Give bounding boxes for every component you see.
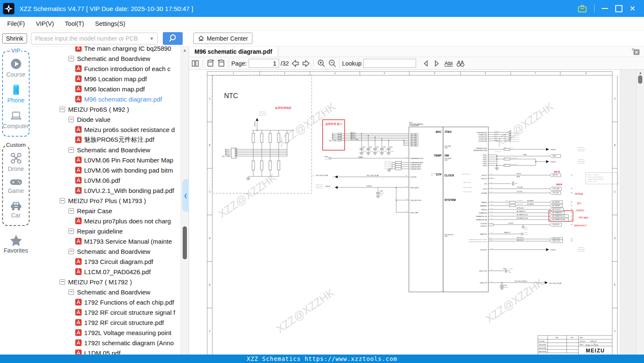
rotate-right-icon[interactable] xyxy=(216,59,226,68)
tree-item[interactable]: Function introduction of each c xyxy=(32,63,180,74)
tree-item[interactable]: 1792 Functions of each chip.pdf xyxy=(32,297,180,307)
tree-item[interactable]: Meizu pro6s socket resistance d xyxy=(32,124,180,135)
svg-text:AP_WRESET: AP_WRESET xyxy=(553,205,561,206)
lookup-input[interactable] xyxy=(363,59,416,68)
sidebar-item-game[interactable]: Game xyxy=(3,178,29,194)
scroll-up-icon[interactable]: ▲ xyxy=(181,48,189,52)
pdf-canvas[interactable]: XZZ@XZZHKXZZ@XZZHKXZZ@XZZHKXZZ@XZZHKXZZ@… xyxy=(189,70,636,355)
pdf-scrollbar[interactable]: ▲ xyxy=(636,70,644,355)
collapse-expander-icon[interactable] xyxy=(69,208,74,214)
pdf-scrollbar-thumb[interactable] xyxy=(638,75,642,84)
model-search-input[interactable] xyxy=(31,35,146,42)
menu-settings[interactable]: Settings(S) xyxy=(90,20,131,27)
menu-tool[interactable]: Tool(T) xyxy=(60,20,90,27)
tree-item[interactable]: M96 location map.pdf xyxy=(32,84,180,94)
sidebar-item-computer[interactable]: Computer xyxy=(3,109,29,129)
rotate-left-icon[interactable] xyxy=(206,59,215,68)
sidebar-item-phone[interactable]: Phone xyxy=(3,83,29,104)
svg-text:XTCXO: XTCXO xyxy=(483,188,488,190)
zoom-in-icon[interactable] xyxy=(316,59,326,68)
tree-item[interactable]: L1CM.07_PAD0426.pdf xyxy=(32,267,180,277)
svg-text:DVDD18: DVDD18 xyxy=(367,185,372,187)
close-document-icon[interactable] xyxy=(632,48,640,56)
tree-item[interactable]: L0VM.06 with bonding pad bitm xyxy=(32,165,180,175)
panel-collapse-handle[interactable]: ❮ xyxy=(182,179,189,212)
tree-item[interactable]: 1792I schematic diagram (Anno xyxy=(32,338,180,348)
svg-text:C1uF0204: C1uF0204 xyxy=(369,151,374,151)
svg-text:C0201: C0201 xyxy=(509,272,512,272)
close-button[interactable]: ✕ xyxy=(630,5,636,12)
collapse-expander-icon[interactable] xyxy=(60,198,65,204)
tree-item[interactable]: Repair Case xyxy=(32,206,180,216)
collapse-expander-icon[interactable] xyxy=(60,107,65,112)
sidebar-item-course[interactable]: Course xyxy=(3,58,29,78)
maximize-button[interactable] xyxy=(615,5,622,12)
tree-item[interactable]: L0VU.2.1_With bonding pad.pdf xyxy=(32,185,180,195)
search-button[interactable] xyxy=(163,32,183,45)
page-number-input[interactable] xyxy=(249,59,279,68)
model-search-box[interactable]: ▼ xyxy=(31,33,158,44)
tree-item[interactable]: Repair guideline xyxy=(32,226,180,236)
sidebar-group-label: VIP xyxy=(11,47,22,54)
collapse-expander-icon[interactable] xyxy=(69,289,74,295)
text-select-tool[interactable]: Abi xyxy=(444,60,453,66)
member-center-button[interactable]: Member Center xyxy=(193,33,252,44)
tree-item[interactable]: L0VM.06 Pin Foot Number Map xyxy=(32,155,180,165)
tree-item[interactable]: L1DM.05.pdf xyxy=(32,348,180,355)
scroll-up-icon[interactable]: ▲ xyxy=(637,71,644,75)
tree-item[interactable]: The main charging IC bq25890 xyxy=(32,47,180,53)
collapse-expander-icon[interactable] xyxy=(69,249,74,254)
svg-text:VDD_LDO8_1V8_AP(1:1): VDD_LDO8_1V8_AP(1:1) xyxy=(515,280,527,282)
svg-text:AP_PS_HOLD: AP_PS_HOLD xyxy=(553,209,562,210)
find-next-icon[interactable] xyxy=(432,59,441,68)
collapse-expander-icon[interactable] xyxy=(60,279,65,285)
sidebar-item-drone[interactable]: Drone xyxy=(3,152,29,172)
tree-scrollbar-thumb[interactable] xyxy=(183,226,187,259)
pdf-file-icon xyxy=(75,268,82,275)
tree-item[interactable]: 1792 RF circuit structure.pdf xyxy=(32,317,180,327)
collapse-expander-icon[interactable] xyxy=(69,228,74,234)
find-previous-icon[interactable] xyxy=(421,59,430,68)
svg-text:XADCSAIN_7: XADCSAIN_7 xyxy=(410,145,419,147)
tree-item[interactable]: MEIZU Pro7 Plus ( M1793 ) xyxy=(32,195,180,206)
collapse-expander-icon[interactable] xyxy=(69,56,74,61)
tree-item[interactable]: L0VM.06.pdf xyxy=(32,175,180,185)
sidebar-item-favorites[interactable]: Favorites xyxy=(0,234,32,254)
svg-text:XJTRSTN&TC0(0): XJTRSTN&TC0(0) xyxy=(477,132,487,134)
tree-item[interactable]: M1793 Service Manual (mainte xyxy=(32,236,180,246)
zoom-out-icon[interactable] xyxy=(327,59,337,68)
car-icon xyxy=(10,200,22,211)
tree-item[interactable]: Schematic and Boardview xyxy=(32,246,180,256)
collapse-expander-icon[interactable] xyxy=(69,117,74,122)
tree-item[interactable]: Diode value xyxy=(32,114,180,124)
tree-item[interactable]: Schematic and Boardview xyxy=(32,53,180,63)
menu-file[interactable]: File(F) xyxy=(2,20,30,27)
svg-text:C1uF0204: C1uF0204 xyxy=(383,151,387,151)
tree-item[interactable]: 1792L Voltage measuring point xyxy=(32,327,180,338)
next-page-icon[interactable] xyxy=(301,59,311,68)
chevron-down-icon[interactable]: ▼ xyxy=(146,36,157,41)
svg-text:XRTCXT: XRTCXT xyxy=(517,173,521,175)
tree-item[interactable]: MEIZU Pro7 ( M1792 ) xyxy=(32,277,180,287)
tree-item[interactable]: MEIZU Pro6S ( M92 ) xyxy=(32,104,180,114)
sidebar-item-car[interactable]: Car xyxy=(3,200,29,219)
tree-item[interactable]: M96 schematic diagram.pdf xyxy=(32,94,180,104)
license-briefcase-icon[interactable] xyxy=(578,4,587,13)
tree-item[interactable]: Meizu pro7plus does not charg xyxy=(32,216,180,226)
tree-item[interactable]: Schematic and Boardview xyxy=(32,287,180,297)
tree-item[interactable]: M96 Location map.pdf xyxy=(32,74,180,84)
tree-item[interactable]: 1792 RF circuit structure signal f xyxy=(32,307,180,317)
minimize-button[interactable] xyxy=(602,8,608,9)
collapse-expander-icon[interactable] xyxy=(69,147,74,153)
tree-item[interactable]: 1793 Circuit diagram.pdf xyxy=(32,256,180,267)
two-page-view-icon[interactable] xyxy=(191,59,200,68)
tree-item[interactable]: 魅族PRO6S元件标注.pdf xyxy=(32,135,180,145)
menu-vip[interactable]: VIP(V) xyxy=(30,20,60,27)
previous-page-icon[interactable] xyxy=(290,59,300,68)
document-tab[interactable]: M96 schematic diagram.pdf xyxy=(189,47,278,57)
binoculars-search-icon[interactable] xyxy=(456,59,465,68)
tree-item[interactable]: Schematic and Boardview xyxy=(32,145,180,155)
shrink-button[interactable]: Shrink xyxy=(2,33,27,44)
svg-text:12: 12 xyxy=(571,201,573,203)
svg-text:NTC_TYPEC: NTC_TYPEC xyxy=(329,140,337,142)
